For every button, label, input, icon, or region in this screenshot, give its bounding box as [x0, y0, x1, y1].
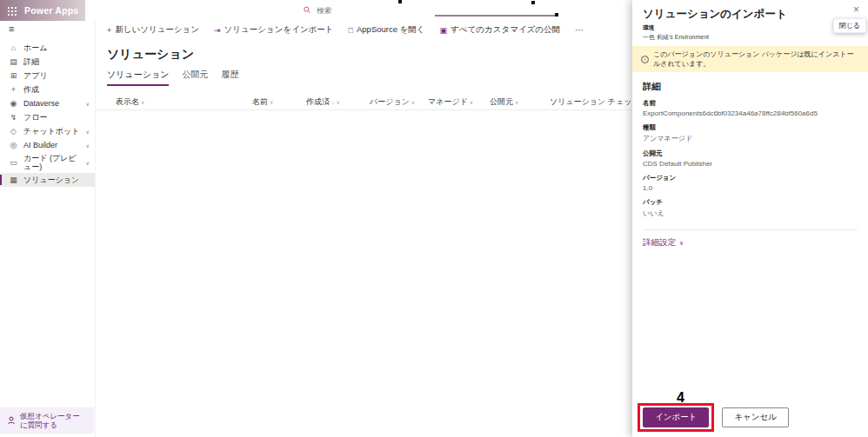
selection-handle [398, 0, 402, 3]
page-title: ソリューション [107, 47, 632, 63]
tab-publishers[interactable]: 公開元 [182, 69, 208, 86]
import-solution-button[interactable]: ⇥ ソリューションをインポート [214, 24, 334, 36]
sidebar-item-ai-builder[interactable]: ◎ AI Builder ∨ [0, 138, 95, 152]
person-icon [7, 416, 16, 425]
overflow-icon: ⋯ [575, 25, 584, 35]
flow-icon: ↯ [9, 113, 18, 122]
learn-icon: ▤ [9, 57, 18, 66]
sidebar-item-chatbots[interactable]: ◇ チャットボット ∨ [0, 124, 95, 138]
sort-descending-icon: ↓ [331, 99, 335, 105]
plus-icon: + [107, 26, 111, 35]
field-type: 種類 アンマネージド [632, 120, 868, 146]
chevron-down-icon: ∨ [270, 99, 273, 105]
cards-icon: ▭ [9, 158, 18, 167]
warning-text: このバージョンのソリューション パッケージは既にインストールされています。 [653, 50, 859, 69]
annotation-highlight-box: インポート [638, 403, 714, 432]
sidebar-item-learn[interactable]: ▤ 詳細 [0, 55, 95, 69]
field-version: バージョン 1.0 [632, 170, 868, 195]
chevron-down-icon: ∨ [86, 129, 90, 135]
sidebar-item-create[interactable]: + 作成 [0, 83, 95, 96]
field-name: 名前 ExportComponents6dc6bf03234a46a78ffc2… [632, 96, 868, 120]
chevron-down-icon: ∨ [337, 99, 340, 105]
close-icon[interactable]: × [853, 4, 859, 15]
search-input[interactable] [315, 5, 463, 16]
home-icon: ⌂ [9, 43, 18, 52]
sidebar-item-solutions[interactable]: ▦ ソリューション [0, 173, 95, 187]
waffle-icon[interactable] [7, 6, 17, 16]
chevron-down-icon: ∨ [679, 240, 684, 247]
chevron-down-icon: ∨ [86, 160, 90, 166]
selection-handle [555, 13, 558, 17]
advanced-settings-link[interactable]: 詳細設定 ∨ [632, 237, 868, 248]
search-icon [304, 6, 310, 14]
new-solution-button[interactable]: + 新しいソリューション [107, 24, 199, 36]
apps-icon: ⊞ [9, 71, 18, 80]
chevron-down-icon: ∨ [141, 99, 144, 105]
open-appsource-button[interactable]: □ AppSource を開く [349, 24, 425, 36]
dataverse-icon: ◉ [9, 99, 18, 108]
chevron-down-icon: ∨ [515, 99, 518, 105]
bridge-silhouette [435, 15, 557, 17]
tab-history[interactable]: 履歴 [221, 69, 238, 86]
chevron-down-icon: ∨ [86, 142, 90, 149]
command-bar-overflow-button[interactable]: ⋯ [575, 25, 584, 35]
chevron-down-icon: ∨ [470, 99, 473, 105]
ask-virtual-agent-button[interactable]: 仮想オペレーター に質問する [0, 407, 94, 434]
divider [643, 229, 858, 230]
tab-solutions[interactable]: ソリューション [107, 69, 169, 86]
column-version[interactable]: バージョン ∨ [370, 96, 415, 108]
command-bar: + 新しいソリューション ⇥ ソリューションをインポート □ AppSource… [96, 21, 632, 39]
publish-icon: ▣ [440, 26, 448, 35]
main-content: + 新しいソリューション ⇥ ソリューションをインポート □ AppSource… [96, 21, 632, 437]
column-name[interactable]: 名前 ∨ [252, 96, 273, 108]
app-title: Power Apps [24, 5, 78, 16]
ai-builder-icon: ◎ [9, 141, 18, 149]
sidebar-item-home[interactable]: ⌂ ホーム [0, 41, 95, 55]
chevron-down-icon: ∨ [86, 101, 90, 107]
import-button[interactable]: インポート [643, 407, 709, 427]
details-heading: 詳細 [632, 72, 868, 96]
column-created[interactable]: 作成済 ↓ ∨ [306, 96, 340, 108]
sidebar-item-cards[interactable]: ▭ カード (プレビュー) ∨ [0, 152, 95, 173]
panel-footer: インポート キャンセル [632, 398, 868, 437]
import-icon: ⇥ [214, 26, 221, 35]
field-patch: パッチ いいえ [632, 195, 868, 221]
chatbot-icon: ◇ [9, 127, 18, 136]
column-managed[interactable]: マネージド ∨ [428, 96, 473, 108]
sidebar-item-flows[interactable]: ↯ フロー [0, 110, 95, 124]
info-icon: i [641, 56, 649, 63]
footer-label-line1: 仮想オペレーター [20, 412, 80, 420]
sidebar-item-dataverse[interactable]: ◉ Dataverse ∨ [0, 96, 95, 110]
tab-strip: ソリューション 公開元 履歴 [107, 69, 632, 86]
hamburger-menu-icon[interactable]: ≡ [0, 21, 95, 36]
environment-label: 環境 [643, 24, 858, 32]
field-publisher: 公開元 CDS Default Publisher [632, 146, 868, 170]
power-apps-window: Power Apps ≡ ⌂ ホーム ▤ 詳細 ⊞ [0, 0, 868, 437]
import-solution-panel: ソリューションのインポート × 閉じる 環境 一色 莉緒's Environme… [632, 0, 868, 437]
footer-label-line2: に質問する [20, 420, 80, 429]
environment-value: 一色 莉緒's Environment [643, 33, 858, 42]
appsource-icon: □ [349, 26, 353, 35]
cancel-button[interactable]: キャンセル [722, 407, 789, 427]
column-publisher[interactable]: 公開元 ∨ [490, 96, 518, 108]
brand-area: Power Apps [0, 0, 85, 21]
publish-all-customizations-button[interactable]: ▣ すべてのカスタマイズの公開 [440, 24, 560, 36]
create-icon: + [9, 85, 18, 94]
sidebar-item-apps[interactable]: ⊞ アプリ [0, 69, 95, 83]
column-solution-check[interactable]: ソリューション チェック [550, 96, 640, 108]
column-display-name[interactable]: 表示名 ∨ [116, 96, 144, 108]
selection-handle [531, 1, 535, 4]
solutions-table-header: 表示名 ∨ 名前 ∨ 作成済 ↓ ∨ バージョン ∨ マネージド ∨ 公開元 [96, 94, 632, 110]
chevron-down-icon: ∨ [411, 99, 415, 105]
left-nav: ≡ ⌂ ホーム ▤ 詳細 ⊞ アプリ + 作成 ◉ Dataverse ∨ [0, 21, 96, 437]
solutions-icon: ▦ [9, 175, 18, 184]
warning-banner: i このバージョンのソリューション パッケージは既にインストールされています。 [632, 46, 868, 72]
close-tooltip: 閉じる [833, 18, 866, 33]
